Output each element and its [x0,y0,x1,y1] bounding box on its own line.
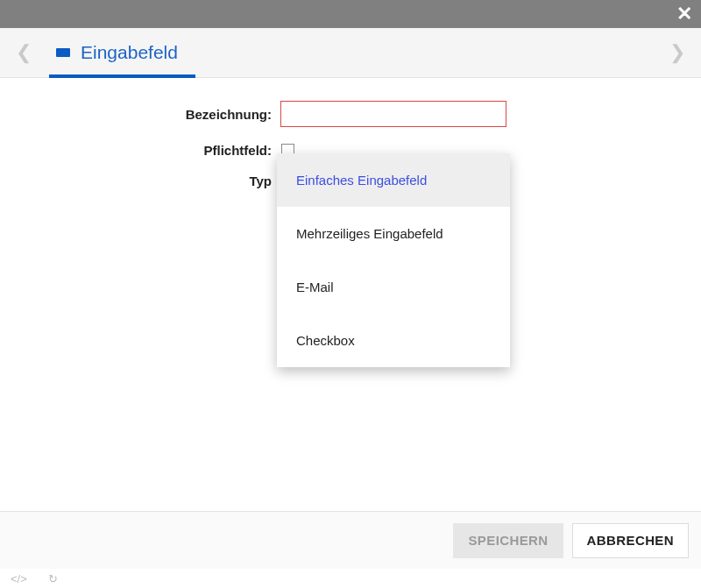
footer-bar: SPEICHERN ABBRECHEN [0,511,701,569]
typ-option-checkbox[interactable]: Checkbox [277,314,510,367]
cancel-button[interactable]: ABBRECHEN [572,523,689,558]
chevron-right-icon[interactable]: ❯ [669,41,685,64]
typ-dropdown[interactable]: Einfaches Eingabefeld Mehrzeiliges Einga… [277,153,510,367]
tab-bar: ❮ Eingabefeld ❯ [0,28,701,77]
form: Bezeichnung: Pflichtfeld: Typ Einfaches … [0,78,701,188]
bezeichnung-input[interactable] [280,101,506,127]
row-bezeichnung: Bezeichnung: [35,101,666,127]
chevron-left-icon[interactable]: ❮ [16,41,32,64]
label-pflichtfeld: Pflichtfeld: [35,143,280,158]
form-field-icon [56,48,70,57]
titlebar: ✕ [0,0,701,28]
footer-tools: </> ↻ [0,569,701,588]
close-icon[interactable]: ✕ [676,4,692,24]
typ-option-mehrzeiliges[interactable]: Mehrzeiliges Eingabefeld [277,207,510,260]
save-button[interactable]: SPEICHERN [453,523,563,558]
code-icon[interactable]: </> [11,572,27,585]
tab-eingabefeld[interactable]: Eingabefeld [53,28,183,77]
refresh-icon[interactable]: ↻ [48,572,58,585]
typ-option-email[interactable]: E-Mail [277,260,510,314]
tab-label: Eingabefeld [81,42,178,63]
typ-option-einfaches[interactable]: Einfaches Eingabefeld [277,153,510,207]
label-bezeichnung: Bezeichnung: [35,107,280,122]
footer: SPEICHERN ABBRECHEN </> ↻ [0,511,701,588]
label-typ: Typ [35,174,280,188]
